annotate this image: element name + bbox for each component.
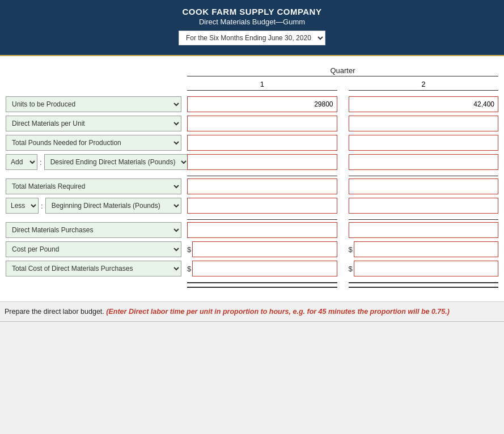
- dollar-sign-col1-total_cost_purchases: $: [187, 265, 191, 273]
- rows-container: Units to be Produced Direct Materials pe…: [6, 96, 498, 288]
- input-cols-total_pounds_production: [187, 135, 498, 151]
- input-cols-direct_materials_purchases: [187, 222, 498, 238]
- budget-title: Direct Materials Budget—Gumm: [11, 18, 493, 26]
- input-cell-col2-less_beginning: [349, 198, 499, 214]
- label-select-cost_per_pound[interactable]: Cost per Pound: [6, 241, 181, 257]
- col2-number: 2: [349, 80, 499, 91]
- sub-label-select-add_ending[interactable]: Desired Ending Direct Materials (Pounds): [44, 154, 189, 170]
- dollar-sign-col1-cost_per_pound: $: [187, 245, 191, 254]
- label-select-direct_materials_purchases[interactable]: Direct Materials Purchases: [6, 222, 181, 238]
- dollar-sign-col2-total_cost_purchases: $: [349, 265, 353, 273]
- input-col2-direct_materials_purchases[interactable]: [349, 222, 499, 238]
- quarter-header-row: Quarter: [6, 62, 498, 76]
- period-select[interactable]: For the Six Months Ending June 30, 2020: [179, 31, 325, 45]
- input-cell-col1-total_pounds_production: [187, 135, 337, 151]
- quarter-label: Quarter: [187, 66, 498, 76]
- main-content: Quarter 1 2 Units to be Produced: [0, 56, 504, 301]
- input-cell-col1-total_cost_purchases: $: [187, 261, 337, 276]
- label-select-total_cost_purchases[interactable]: Total Cost of Direct Materials Purchases: [6, 261, 181, 276]
- input-cols-cost_per_pound: $ $: [187, 241, 498, 257]
- prefix-select-add_ending[interactable]: AddLess: [6, 154, 37, 170]
- input-col1-add_ending[interactable]: [187, 154, 337, 170]
- budget-table: Quarter 1 2 Units to be Produced: [6, 62, 498, 288]
- separator-above-direct_materials_purchases: [6, 217, 498, 220]
- label-col-total_pounds_production: Total Pounds Needed for Production: [6, 135, 187, 151]
- horizontal-scrollbar[interactable]: [0, 321, 504, 330]
- input-col1-units_produced[interactable]: [187, 96, 337, 112]
- row-units_produced: Units to be Produced: [6, 96, 498, 112]
- quarter-center-label: Quarter: [187, 66, 498, 76]
- col1-number: 1: [187, 80, 337, 91]
- dollar-sign-col2-cost_per_pound: $: [349, 245, 353, 254]
- company-name: COOK FARM SUPPLY COMPANY: [11, 7, 493, 16]
- input-cols-units_produced: [187, 96, 498, 112]
- input-col2-less_beginning[interactable]: [349, 198, 499, 214]
- input-col1-direct_materials_purchases[interactable]: [187, 222, 337, 238]
- label-col-add_ending: AddLess : Desired Ending Direct Material…: [6, 154, 187, 170]
- bottom-instructions: Prepare the direct labor budget. (Enter …: [0, 301, 504, 321]
- input-col1-cost_per_pound[interactable]: [192, 241, 337, 257]
- input-col2-direct_materials_unit[interactable]: [349, 116, 499, 131]
- separator-below-total_cost_purchases: [6, 280, 498, 283]
- sub-label-select-less_beginning[interactable]: Beginning Direct Materials (Pounds): [45, 198, 181, 214]
- label-select-direct_materials_unit[interactable]: Direct Materials per Unit: [6, 116, 181, 131]
- input-col1-total_pounds_production[interactable]: [187, 135, 337, 151]
- input-col1-less_beginning[interactable]: [187, 198, 337, 214]
- prefix-select-less_beginning[interactable]: AddLess: [6, 198, 39, 214]
- input-col1-direct_materials_unit[interactable]: [187, 116, 337, 131]
- row-total_pounds_production: Total Pounds Needed for Production: [6, 135, 498, 151]
- row-direct_materials_unit: Direct Materials per Unit: [6, 116, 498, 131]
- label-col-less_beginning: AddLess : Beginning Direct Materials (Po…: [6, 198, 187, 214]
- input-cell-col1-direct_materials_unit: [187, 116, 337, 131]
- row-direct_materials_purchases: Direct Materials Purchases: [6, 222, 498, 238]
- label-select-total_materials_required[interactable]: Total Materials Required: [6, 178, 181, 194]
- row-total_materials_required: Total Materials Required: [6, 178, 498, 194]
- col-numbers: 1 2: [187, 80, 498, 91]
- input-cell-col2-direct_materials_purchases: [349, 222, 499, 238]
- separator-above-total_materials_required: [6, 173, 498, 176]
- label-col-cost_per_pound: Cost per Pound: [6, 241, 187, 257]
- input-cell-col1-cost_per_pound: $: [187, 241, 337, 257]
- input-col2-add_ending[interactable]: [349, 154, 499, 170]
- input-cell-col2-units_produced: [349, 96, 499, 112]
- label-col-total_cost_purchases: Total Cost of Direct Materials Purchases: [6, 261, 187, 276]
- input-cell-col1-direct_materials_purchases: [187, 222, 337, 238]
- quarter-cols-row: 1 2: [6, 80, 498, 91]
- label-col-total_materials_required: Total Materials Required: [6, 178, 187, 194]
- input-cols-less_beginning: [187, 198, 498, 214]
- row-add_ending: AddLess : Desired Ending Direct Material…: [6, 154, 498, 170]
- page-header: COOK FARM SUPPLY COMPANY Direct Material…: [0, 0, 504, 53]
- input-cell-col2-total_cost_purchases: $: [349, 261, 499, 276]
- input-col2-total_pounds_production[interactable]: [349, 135, 499, 151]
- input-cell-col2-cost_per_pound: $: [349, 241, 499, 257]
- input-cols-direct_materials_unit: [187, 116, 498, 131]
- input-cell-col2-direct_materials_unit: [349, 116, 499, 131]
- row-less_beginning: AddLess : Beginning Direct Materials (Po…: [6, 198, 498, 214]
- input-cell-col1-total_materials_required: [187, 178, 337, 194]
- input-cols-add_ending: [187, 154, 498, 170]
- input-cell-col2-total_materials_required: [349, 178, 499, 194]
- instruction-static: Prepare the direct labor budget. (Enter …: [5, 308, 450, 316]
- label-select-total_pounds_production[interactable]: Total Pounds Needed for Production: [6, 135, 181, 151]
- instruction-highlight: (Enter Direct labor time per unit in pro…: [106, 308, 450, 316]
- label-col-direct_materials_unit: Direct Materials per Unit: [6, 116, 187, 131]
- input-col1-total_cost_purchases[interactable]: [192, 261, 337, 276]
- input-cols-total_cost_purchases: $ $: [187, 261, 498, 276]
- input-col2-cost_per_pound[interactable]: [354, 241, 498, 257]
- colon-add_ending: :: [40, 158, 42, 167]
- colon-less_beginning: :: [41, 202, 43, 210]
- input-cell-col1-less_beginning: [187, 198, 337, 214]
- separator-below2-total_cost_purchases: [6, 286, 498, 288]
- input-col2-total_materials_required[interactable]: [349, 178, 499, 194]
- label-col-direct_materials_purchases: Direct Materials Purchases: [6, 222, 187, 238]
- input-cols-total_materials_required: [187, 178, 498, 194]
- input-cell-col1-units_produced: [187, 96, 337, 112]
- input-col1-total_materials_required[interactable]: [187, 178, 337, 194]
- input-cell-col2-add_ending: [349, 154, 499, 170]
- input-cell-col2-total_pounds_production: [349, 135, 499, 151]
- label-col-units_produced: Units to be Produced: [6, 96, 187, 112]
- label-select-units_produced[interactable]: Units to be Produced: [6, 96, 181, 112]
- input-col2-units_produced[interactable]: [349, 96, 499, 112]
- input-col2-total_cost_purchases[interactable]: [354, 261, 498, 276]
- input-cell-col1-add_ending: [187, 154, 337, 170]
